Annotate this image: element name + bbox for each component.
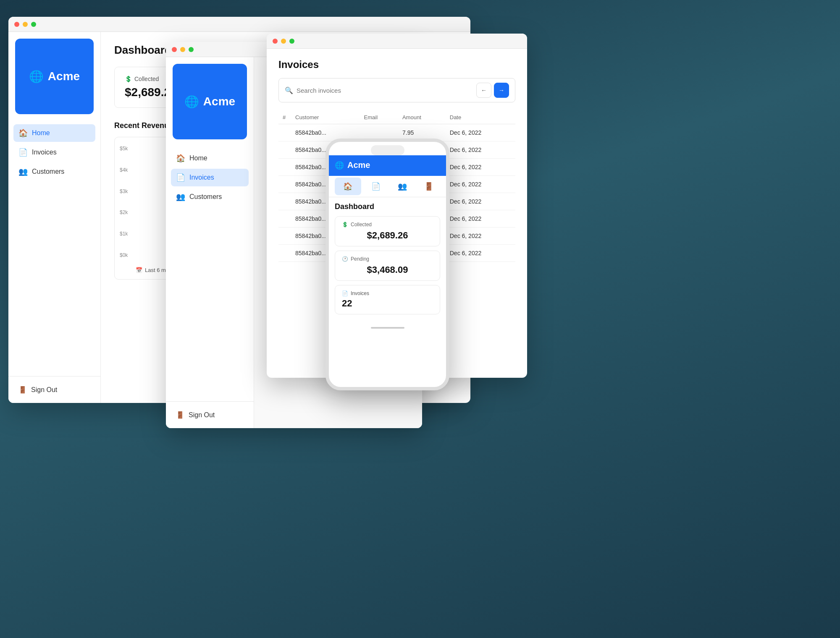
mobile-invoices-count: 22: [342, 298, 433, 309]
mobile-collected-label: 💲 Collected: [342, 222, 433, 227]
tablet-nav-home-label: Home: [189, 154, 207, 162]
mobile-home-indicator: [371, 327, 404, 329]
mobile-nav-home[interactable]: 🏠: [335, 178, 361, 195]
row-hash: [278, 124, 291, 141]
invoices-icon: 📄: [18, 148, 28, 157]
logo-text: Acme: [48, 70, 80, 83]
table-header: # Customer Email Amount Date: [278, 111, 515, 124]
tablet-sidebar-nav: 🏠 Home 📄 Invoices 👥 Customers: [166, 146, 254, 401]
col-customer: Customer: [291, 111, 360, 124]
tablet-invoices-icon: 📄: [176, 173, 185, 182]
tablet-sidebar-logo: 🌐 Acme: [173, 64, 247, 139]
minimize-button[interactable]: [23, 22, 28, 27]
sidebar-item-home[interactable]: 🏠 Home: [13, 124, 95, 142]
mobile-nav: 🏠 📄 👥 🚪: [329, 176, 446, 197]
tablet-globe-icon: 🌐: [184, 95, 199, 109]
titlebar: [8, 17, 470, 32]
chart-y-labels: $5k $4k $3k $2k $1k $0k: [120, 146, 128, 258]
mobile-invoices-card: 📄 Invoices 22: [335, 285, 440, 314]
tablet-minimize-button[interactable]: [180, 47, 185, 52]
mobile-nav-invoices[interactable]: 📄: [363, 176, 389, 197]
mobile-nav-customers[interactable]: 👥: [389, 176, 416, 197]
tablet-logo-text: Acme: [203, 95, 235, 108]
tablet-signout-icon: 🚪: [176, 411, 184, 419]
sidebar-nav: 🏠 Home 📄 Invoices 👥 Customers: [8, 121, 100, 376]
y-label-3k: $3k: [120, 188, 128, 194]
sidebar-bottom: 🚪 Sign Out: [8, 376, 100, 403]
tablet-sidebar-item-invoices[interactable]: 📄 Invoices: [171, 169, 249, 186]
sidebar-logo: 🌐 Acme: [15, 39, 94, 114]
mobile-logo-text: Acme: [347, 160, 370, 170]
mobile-section-title: Dashboard: [335, 202, 440, 211]
mobile-nav-signout[interactable]: 🚪: [415, 176, 442, 197]
y-label-5k: $5k: [120, 146, 128, 152]
dollar-circle-icon: 💲: [125, 76, 132, 82]
mobile-invoices-icon: 📄: [342, 290, 348, 296]
y-label-0k: $0k: [120, 252, 128, 258]
mobile-window: 🌐 Acme 🏠 📄 👥 🚪 Dashboard 💲 Collected $2,…: [326, 139, 449, 390]
invoices-titlebar: [267, 34, 527, 49]
y-label-1k: $1k: [120, 231, 128, 237]
inv-close-button[interactable]: [273, 39, 278, 44]
sidebar-item-invoices[interactable]: 📄 Invoices: [13, 144, 95, 161]
home-icon: 🏠: [18, 128, 28, 138]
inv-maximize-button[interactable]: [289, 39, 294, 44]
col-date: Date: [446, 111, 515, 124]
mobile-collected-card: 💲 Collected $2,689.26: [335, 216, 440, 246]
search-back-button[interactable]: ←: [476, 83, 491, 98]
tablet-signout-button[interactable]: 🚪 Sign Out: [171, 407, 249, 423]
tablet-close-button[interactable]: [172, 47, 177, 52]
tablet-sidebar: 🌐 Acme 🏠 Home 📄 Invoices 👥 Customers: [166, 57, 254, 428]
signout-label: Sign Out: [31, 386, 57, 394]
col-amount: Amount: [398, 111, 446, 124]
sidebar-item-home-label: Home: [32, 129, 50, 137]
sidebar: 🌐 Acme 🏠 Home 📄 Invoices 👥 Customers: [8, 32, 101, 403]
mobile-clock-icon: 🕐: [342, 256, 348, 262]
inv-minimize-button[interactable]: [281, 39, 286, 44]
tablet-signout-label: Sign Out: [189, 411, 215, 419]
mobile-invoices-label: 📄 Invoices: [342, 290, 433, 296]
tablet-sidebar-item-home[interactable]: 🏠 Home: [171, 149, 249, 167]
row-date: Dec 6, 2022: [446, 124, 515, 141]
close-button[interactable]: [14, 22, 19, 27]
search-bar[interactable]: 🔍 ← →: [278, 78, 515, 102]
mobile-home-indicator-area: [329, 324, 446, 330]
mobile-pending-value: $3,468.09: [342, 264, 433, 275]
invoices-page-title: Invoices: [278, 59, 515, 71]
y-label-2k: $2k: [120, 209, 128, 215]
tablet-nav-invoices-label: Invoices: [189, 174, 214, 181]
sidebar-item-customers-label: Customers: [32, 168, 64, 175]
mobile-content: Dashboard 💲 Collected $2,689.26 🕐 Pendin…: [329, 197, 446, 324]
search-icon: 🔍: [285, 86, 293, 94]
sidebar-item-customers[interactable]: 👥 Customers: [13, 163, 95, 180]
sidebar-item-invoices-label: Invoices: [32, 149, 57, 156]
tablet-sidebar-item-customers[interactable]: 👥 Customers: [171, 188, 249, 206]
mobile-dollar-icon: 💲: [342, 222, 348, 227]
col-email: Email: [360, 111, 398, 124]
mobile-pending-card: 🕐 Pending $3,468.09: [335, 251, 440, 281]
calendar-icon: 📅: [136, 267, 142, 273]
mobile-notch: [371, 145, 404, 155]
maximize-button[interactable]: [31, 22, 36, 27]
tablet-sidebar-bottom: 🚪 Sign Out: [166, 401, 254, 428]
signout-button[interactable]: 🚪 Sign Out: [13, 382, 95, 398]
globe-icon: 🌐: [29, 70, 44, 84]
search-forward-button[interactable]: →: [494, 83, 509, 98]
mobile-globe-icon: 🌐: [335, 161, 344, 170]
search-input[interactable]: [297, 87, 473, 94]
tablet-maximize-button[interactable]: [189, 47, 194, 52]
tablet-nav-customers-label: Customers: [189, 193, 222, 201]
col-hash: #: [278, 111, 291, 124]
tablet-customers-icon: 👥: [176, 192, 185, 201]
mobile-header: 🌐 Acme: [329, 155, 446, 176]
mobile-collected-value: $2,689.26: [342, 230, 433, 241]
signout-icon: 🚪: [18, 386, 27, 394]
mobile-pending-label: 🕐 Pending: [342, 256, 433, 262]
tablet-home-icon: 🏠: [176, 154, 185, 163]
customers-icon: 👥: [18, 167, 28, 176]
y-label-4k: $4k: [120, 167, 128, 173]
